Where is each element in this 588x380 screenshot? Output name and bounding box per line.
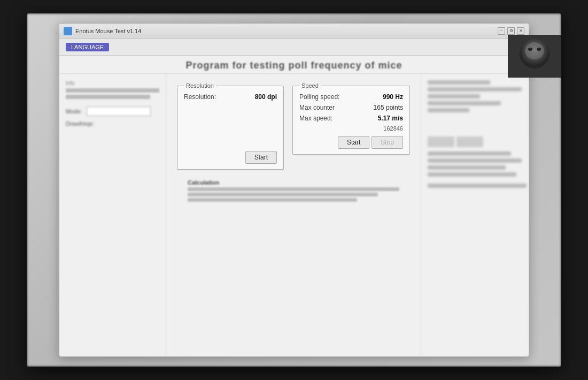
device-line2 <box>66 95 150 99</box>
device-line1 <box>66 88 159 93</box>
rs-stop-btn[interactable] <box>457 136 483 147</box>
rs-line4 <box>428 108 469 112</box>
polling-label: Polling speed: <box>299 93 339 101</box>
calc-text3 <box>188 198 357 202</box>
speed-panel: Speed Polling speed: 990 Hz Max counter … <box>292 82 410 155</box>
close-button[interactable]: ✕ <box>517 27 524 35</box>
app-icon <box>64 27 72 35</box>
resolution-row: Resolution: 800 dpi <box>184 93 277 101</box>
speed-extra-number: 162846 <box>299 125 403 132</box>
mode-input[interactable] <box>87 107 151 116</box>
max-speed-label: Max speed: <box>299 115 332 122</box>
thumbnail-face <box>508 35 561 78</box>
rs-tip <box>428 184 527 188</box>
rs-line2 <box>428 94 480 98</box>
speed-buttons: Start Stop <box>299 136 403 149</box>
drawfreqs-label: Drawfreqs: <box>66 120 159 127</box>
svg-point-2 <box>525 42 544 59</box>
max-speed-value: 5.17 m/s <box>378 115 403 122</box>
main-window: Enotus Mouse Test v1.14 − ⚙ ✕ LANGUAGE P… <box>59 23 529 357</box>
resolution-start-button[interactable]: Start <box>245 151 277 164</box>
calculation-section: Calculation <box>177 176 410 207</box>
panels-row: Resolution Resolution: 800 dpi Start Spe… <box>177 82 410 170</box>
info-label: Info <box>66 80 159 86</box>
speed-start-button[interactable]: Start <box>338 136 369 149</box>
rs-status2 <box>428 158 522 163</box>
speed-legend: Speed <box>299 82 321 89</box>
mode-label: Mode: <box>66 108 82 115</box>
main-layout: Info Mode: Drawfreqs: <box>59 74 529 356</box>
rs-line3 <box>428 101 501 105</box>
thumbnail-image <box>508 35 561 78</box>
resolution-buttons: Start <box>184 151 277 164</box>
resolution-label: Resolution: <box>184 93 216 101</box>
settings-button[interactable]: ⚙ <box>507 27 515 35</box>
calc-text2 <box>188 193 378 196</box>
max-counter-value: 165 points <box>374 104 403 111</box>
screenshot-wrapper: Enotus Mouse Test v1.14 − ⚙ ✕ LANGUAGE P… <box>27 13 561 367</box>
resolution-value: 800 dpi <box>255 93 277 101</box>
max-counter-label: Max counter <box>299 104 335 111</box>
rs-status4 <box>428 172 516 177</box>
minimize-button[interactable]: − <box>498 27 505 35</box>
language-button[interactable]: LANGUAGE <box>66 43 109 51</box>
page-title-bar: Program for testing poll frequency of mi… <box>59 56 529 74</box>
rs-status3 <box>428 165 506 170</box>
polling-value: 990 Hz <box>383 93 403 101</box>
page-title: Program for testing poll frequency of mi… <box>59 60 529 71</box>
title-bar: Enotus Mouse Test v1.14 − ⚙ ✕ <box>59 24 529 39</box>
mode-row: Mode: <box>66 107 159 116</box>
resolution-legend: Resolution <box>184 82 216 89</box>
calc-title: Calculation <box>188 179 399 186</box>
svg-point-3 <box>528 48 532 51</box>
resolution-panel: Resolution Resolution: 800 dpi Start <box>177 82 284 170</box>
rs-line1 <box>428 87 522 92</box>
speed-stop-button[interactable]: Stop <box>372 136 403 149</box>
thumbnail-svg <box>508 35 561 78</box>
rs-title <box>428 80 490 85</box>
center-content: Resolution Resolution: 800 dpi Start Spe… <box>166 74 421 356</box>
polling-row: Polling speed: 990 Hz <box>299 93 403 101</box>
title-bar-buttons: − ⚙ ✕ <box>498 27 524 35</box>
top-nav: LANGUAGE <box>59 39 529 56</box>
window-title: Enotus Mouse Test v1.14 <box>75 28 498 34</box>
rs-start-btn[interactable] <box>428 136 454 147</box>
rs-status1 <box>428 151 511 156</box>
right-sidebar <box>421 74 529 356</box>
left-sidebar: Info Mode: Drawfreqs: <box>59 74 166 356</box>
max-counter-row: Max counter 165 points <box>299 104 403 111</box>
calc-text1 <box>188 187 399 191</box>
max-speed-row: Max speed: 5.17 m/s <box>299 115 403 122</box>
svg-point-4 <box>537 48 541 51</box>
